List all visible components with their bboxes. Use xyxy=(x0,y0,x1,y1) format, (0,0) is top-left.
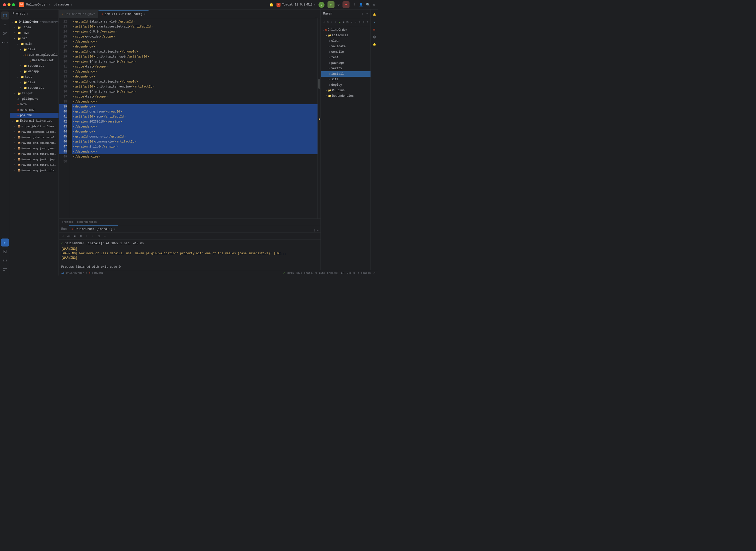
sidebar-item-structure[interactable] xyxy=(1,29,9,37)
tomcat-config[interactable]: T Tomcat 11.0.0-M13 ∨ xyxy=(276,3,315,7)
toggle-soft-wrap[interactable]: ⤵ xyxy=(84,234,89,239)
sidebar-item-terminal[interactable] xyxy=(1,247,9,255)
maven-add-project-btn[interactable]: ⊞ xyxy=(326,19,329,25)
pause-button[interactable]: ⏸ xyxy=(78,234,83,239)
maven-item-plugins[interactable]: › 📁 Plugins xyxy=(321,88,370,93)
status-line-ending[interactable]: LF xyxy=(341,271,344,274)
maven-lifecycle-verify[interactable]: ⚙ verify xyxy=(321,66,370,71)
tree-item-mvn[interactable]: › 📁 .mvn xyxy=(10,30,58,36)
sidebar-item-vcs[interactable] xyxy=(1,265,9,273)
close-bottom-tab-icon[interactable]: × xyxy=(114,228,115,231)
sidebar-item-build[interactable]: ▶ xyxy=(1,238,9,246)
status-expand-icon[interactable]: ⤢ xyxy=(373,271,375,274)
maven-more-icon[interactable]: ⋮ xyxy=(361,12,364,15)
sidebar-item-commit[interactable] xyxy=(1,20,9,28)
tree-item-apiguardian[interactable]: › 📦 Maven: org.apiguardian:apiguardian-a… xyxy=(10,140,58,146)
maven-config-btn[interactable]: ⚙ xyxy=(366,19,369,25)
maven-item-dependencies[interactable]: › 📁 Dependencies xyxy=(321,93,370,99)
tree-item-main[interactable]: ▾ 📁 main xyxy=(10,41,58,47)
tree-item-webapp[interactable]: › 📁 webapp xyxy=(10,69,58,74)
scrollbar[interactable] xyxy=(317,18,320,218)
maven-lifecycle-compile[interactable]: ⚙ compile xyxy=(321,49,370,55)
sidebar-item-problems[interactable] xyxy=(1,256,9,264)
more-actions-bottom[interactable]: ⋯ xyxy=(102,234,107,239)
right-maven-icon[interactable]: m xyxy=(371,26,377,32)
maven-lifecycle-site[interactable]: ⚙ site xyxy=(321,77,370,82)
maven-profiles-btn[interactable]: ⊕ xyxy=(358,19,361,25)
tree-item-mvnw[interactable]: m mvnw xyxy=(10,102,58,107)
right-db-icon[interactable] xyxy=(371,34,377,40)
project-name[interactable]: OnlineOrder ∨ xyxy=(26,3,50,6)
code-area[interactable]: <groupId>jakarta.servlet</groupId> <arti… xyxy=(69,18,317,218)
close-tab-icon[interactable]: × xyxy=(144,13,145,16)
maven-lifecycle-clean[interactable]: ⚙ clean xyxy=(321,38,370,44)
stop-button[interactable]: ■ xyxy=(342,1,349,8)
user-avatar[interactable]: G xyxy=(318,2,324,8)
maven-settings-btn[interactable]: ≡ xyxy=(362,19,365,25)
tree-item-java-test[interactable]: › 📁 java xyxy=(10,80,58,85)
tree-item-java[interactable]: ▾ 📁 java xyxy=(10,47,58,52)
stop-run-button[interactable]: ■ xyxy=(72,234,77,239)
status-encoding[interactable]: UTF-8 xyxy=(347,271,355,274)
tree-item-onlineorder[interactable]: ▾ 📁 OnlineOrder ~/Desktop/Projects/Onlin… xyxy=(10,19,58,25)
tab-helloservlet[interactable]: ☕ HelloServlet.java xyxy=(59,10,98,18)
minimize-button[interactable] xyxy=(7,3,10,6)
maven-refresh-btn[interactable]: ↺ xyxy=(322,19,325,25)
run-button[interactable]: ▶ xyxy=(327,1,334,8)
close-button[interactable] xyxy=(3,3,6,6)
sidebar-item-more[interactable]: ··· xyxy=(1,38,9,46)
tree-item-external-libs[interactable]: ▾ 📁 External Libraries xyxy=(10,118,58,124)
tree-item-junit-api[interactable]: › 📦 Maven: org.junit.jupiter:junit-jupit… xyxy=(10,151,58,157)
print-button[interactable]: 🖨 xyxy=(96,234,101,239)
maven-lifecycle-install[interactable]: ⚙ install xyxy=(321,71,370,77)
tree-item-jdk[interactable]: › 📦 < openjdk-21 > /Users/eve/Library/Ja… xyxy=(10,124,58,129)
tree-item-package[interactable]: ▾ ⬡ com.example.onlineorder xyxy=(10,52,58,58)
rerun-button[interactable]: ↺ xyxy=(60,234,65,239)
tree-item-target[interactable]: › 📁 target xyxy=(10,91,58,96)
maven-cancel-btn[interactable]: × xyxy=(354,19,357,25)
tab-pom-xml[interactable]: m pom.xml (OnlineOrder) × xyxy=(98,10,148,18)
right-ai2-icon[interactable]: ⭐ xyxy=(371,41,377,47)
search-icon[interactable]: 🔍 xyxy=(366,3,370,7)
tree-item-gitignore[interactable]: ⊙ .gitignore xyxy=(10,96,58,102)
maven-collapse-icon[interactable]: − xyxy=(366,12,368,15)
tabs-more-button[interactable]: ⋮ xyxy=(311,14,320,18)
tree-item-test[interactable]: ▾ 📁 test xyxy=(10,74,58,80)
status-indent[interactable]: 4 spaces xyxy=(357,271,371,274)
tree-item-src[interactable]: ▾ 📁 src xyxy=(10,36,58,41)
maven-download-btn[interactable]: ↓ xyxy=(330,19,333,25)
tree-item-junit-platform-common[interactable]: › 📦 Maven: org.junit.platform:junit-plat… xyxy=(10,162,58,168)
settings-icon[interactable]: ⚙ xyxy=(337,3,339,7)
status-position[interactable]: 39:1 (335 chars, 9 line breaks) xyxy=(287,271,338,274)
tree-item-mvnw-cmd[interactable]: m mvnw.cmd xyxy=(10,107,58,113)
maximize-button[interactable] xyxy=(12,3,15,6)
tree-item-resources[interactable]: › 📁 resources xyxy=(10,63,58,69)
right-ai-icon[interactable]: ✦ xyxy=(371,19,377,25)
bottom-tab-run[interactable]: Run xyxy=(59,225,69,232)
project-panel-header[interactable]: Project ∨ xyxy=(10,9,58,18)
maven-run-btn[interactable]: ▶ xyxy=(338,19,341,25)
bottom-tab-install[interactable]: m OnlineOrder [install] × xyxy=(69,225,118,232)
scrollbar-thumb[interactable] xyxy=(318,79,320,89)
maven-lifecycle-validate[interactable]: ⚙ validate xyxy=(321,44,370,49)
maven-lifecycle-package[interactable]: ⚙ package xyxy=(321,60,370,66)
tree-item-junit-engine[interactable]: › 📦 Maven: org.junit.jupiter:junit-jupit… xyxy=(10,157,58,162)
sidebar-item-project[interactable] xyxy=(1,11,9,19)
maven-lifecycle-test[interactable]: ⚙ test xyxy=(321,55,370,60)
bottom-more-icon[interactable]: ⋮ xyxy=(313,229,316,232)
maven-stop-btn[interactable]: ■ xyxy=(342,19,345,25)
tree-item-jakarta-servlet[interactable]: › 📦 Maven: jakarta.servlet:jakarta.servl… xyxy=(10,135,58,140)
global-settings-icon[interactable]: ⚙ xyxy=(373,3,375,7)
maven-add-btn[interactable]: + xyxy=(334,19,337,25)
branch-name[interactable]: ⎇ master ∨ xyxy=(54,3,72,6)
tree-item-pom-xml[interactable]: m pom.xml xyxy=(10,113,58,118)
tree-item-helloservlet[interactable]: ☕ HelloServlet xyxy=(10,58,58,63)
scroll-to-end[interactable]: ↓ xyxy=(90,234,95,239)
accounts-icon[interactable]: 👤 xyxy=(359,3,363,7)
maven-item-lifecycle[interactable]: ▾ 📁 Lifecycle xyxy=(321,33,370,38)
more-icon[interactable]: ⋮ xyxy=(352,2,356,7)
bottom-collapse-icon[interactable]: − xyxy=(317,229,318,232)
tree-item-resources-test[interactable]: › 📁 resources xyxy=(10,85,58,91)
rerun-failed-button[interactable]: ↺↯ xyxy=(66,234,71,239)
tree-item-idea[interactable]: › 📁 .idea xyxy=(10,25,58,30)
